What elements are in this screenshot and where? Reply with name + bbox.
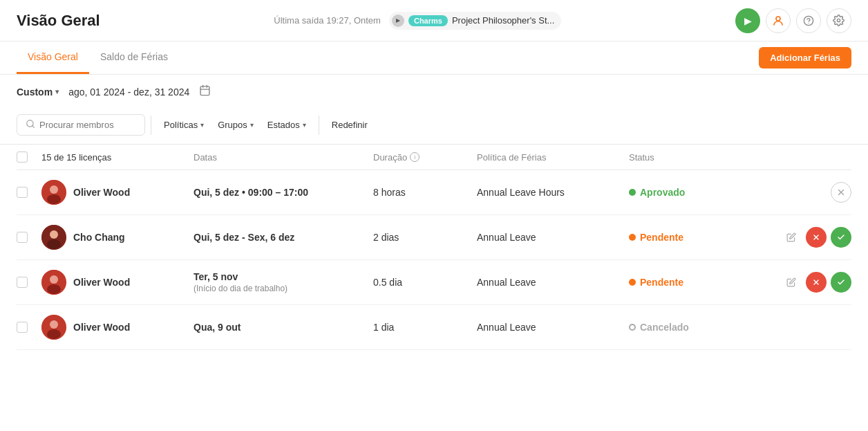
row2-approve-button[interactable] <box>831 227 851 248</box>
row4-status-dot <box>629 324 636 331</box>
last-exit-label: Última saída 19:27, Ontem <box>274 15 381 26</box>
reset-divider <box>319 116 319 135</box>
row2-policy: Annual Leave <box>477 232 629 243</box>
row3-policy: Annual Leave <box>477 277 629 288</box>
row3-reject-button[interactable] <box>806 272 827 293</box>
row2-dates: Qui, 5 dez - Sex, 6 dez <box>194 232 373 243</box>
row3-checkbox[interactable] <box>17 277 28 288</box>
tab-visao-geral[interactable]: Visão Geral <box>17 42 89 74</box>
status-column-header: Status <box>629 152 753 163</box>
row3-dates-sub: (Início do dia de trabalho) <box>194 284 373 293</box>
user-icon-button[interactable] <box>766 8 791 33</box>
svg-point-16 <box>50 230 58 239</box>
policies-filter-button[interactable]: Políticas ▾ <box>157 116 211 134</box>
header-center: Última saída 19:27, Ontem ▶ Charms Proje… <box>274 12 561 30</box>
row4-checkbox[interactable] <box>17 322 28 333</box>
row3-status-label: Pendente <box>640 277 683 288</box>
project-name: Project Philosopher's St... <box>452 15 554 26</box>
row1-member-cell: Oliver Wood <box>41 180 194 205</box>
svg-point-27 <box>47 329 61 339</box>
row1-checkbox-cell <box>17 187 41 198</box>
filter-bar: Políticas ▾ Grupos ▾ Estados ▾ Redefinir <box>0 106 868 145</box>
row2-member-name: Cho Chang <box>73 232 125 243</box>
search-wrap <box>17 114 145 136</box>
tabs-list: Visão Geral Saldo de Férias <box>17 42 179 74</box>
row1-avatar <box>41 180 66 205</box>
add-ferias-button[interactable]: Adicionar Férias <box>759 47 851 68</box>
row1-checkbox[interactable] <box>17 187 28 198</box>
row3-edit-button[interactable] <box>781 272 802 293</box>
row1-duration: 8 horas <box>373 187 477 198</box>
row3-actions <box>753 272 851 293</box>
help-icon-button[interactable] <box>796 8 821 33</box>
svg-point-0 <box>776 17 780 21</box>
row3-avatar <box>41 270 66 295</box>
tabs-bar: Visão Geral Saldo de Férias Adicionar Fé… <box>0 42 868 75</box>
search-input[interactable] <box>39 120 136 130</box>
row4-dates: Qua, 9 out <box>194 322 373 333</box>
play-small-icon: ▶ <box>392 15 404 27</box>
duration-info-icon[interactable]: i <box>410 152 419 162</box>
settings-icon-button[interactable] <box>827 8 851 33</box>
row2-edit-button[interactable] <box>781 227 802 248</box>
row1-actions <box>753 182 851 203</box>
row1-dismiss-button[interactable] <box>831 182 851 203</box>
tab-saldo-ferias[interactable]: Saldo de Férias <box>89 42 179 74</box>
svg-point-26 <box>50 320 58 329</box>
date-filter-row: Custom ▾ ago, 01 2024 - dez, 31 2024 <box>0 75 868 99</box>
row3-checkbox-cell <box>17 277 41 288</box>
policies-label: Políticas <box>164 120 198 130</box>
states-arrow-icon: ▾ <box>303 121 306 129</box>
row2-status-label: Pendente <box>640 232 683 243</box>
licenses-count: 15 de 15 licenças <box>41 152 194 163</box>
policy-column-header: Política de Férias <box>477 152 629 163</box>
row4-checkbox-cell <box>17 322 41 333</box>
row1-dates: Qui, 5 dez • 09:00 – 17:00 <box>194 187 373 198</box>
row2-duration: 2 dias <box>373 232 477 243</box>
groups-filter-button[interactable]: Grupos ▾ <box>211 116 261 134</box>
states-filter-button[interactable]: Estados ▾ <box>261 116 313 134</box>
row3-approve-button[interactable] <box>831 272 851 293</box>
row1-status-label: Aprovado <box>640 187 685 198</box>
header-checkbox-cell <box>17 152 41 163</box>
calendar-icon[interactable] <box>199 84 211 99</box>
row3-dates: Ter, 5 nov (Início do dia de trabalho) <box>194 271 373 293</box>
table-row: Oliver Wood Ter, 5 nov (Início do dia de… <box>17 260 851 305</box>
table-row: Oliver Wood Qua, 9 out 1 dia Annual Leav… <box>17 305 851 350</box>
row1-status: Aprovado <box>629 187 753 198</box>
groups-label: Grupos <box>218 120 247 130</box>
svg-point-3 <box>838 19 840 21</box>
row4-avatar <box>41 315 66 340</box>
row2-actions <box>753 227 851 248</box>
project-badge: ▶ Charms Project Philosopher's St... <box>389 12 561 30</box>
row3-member-name: Oliver Wood <box>73 277 130 288</box>
custom-dropdown-button[interactable]: Custom ▾ <box>17 86 59 98</box>
row4-status-label: Cancelado <box>640 322 689 333</box>
row4-member-cell: Oliver Wood <box>41 315 194 340</box>
row1-status-dot <box>629 189 636 196</box>
row4-status: Cancelado <box>629 322 753 333</box>
row4-duration: 1 dia <box>373 322 477 333</box>
table-row: Cho Chang Qui, 5 dez - Sex, 6 dez 2 dias… <box>17 215 851 260</box>
table-row: Oliver Wood Qui, 5 dez • 09:00 – 17:00 8… <box>17 170 851 215</box>
row2-status: Pendente <box>629 232 753 243</box>
groups-arrow-icon: ▾ <box>250 121 254 129</box>
row3-duration: 0.5 dia <box>373 277 477 288</box>
svg-point-12 <box>47 194 61 204</box>
table-header: 15 de 15 licenças Datas Duração i Políti… <box>17 145 851 170</box>
row2-checkbox[interactable] <box>17 232 28 243</box>
select-all-checkbox[interactable] <box>17 152 28 163</box>
custom-label: Custom <box>17 86 53 98</box>
policies-arrow-icon: ▾ <box>200 121 204 129</box>
svg-point-11 <box>50 185 58 194</box>
play-button[interactable] <box>735 8 760 33</box>
row3-status-dot <box>629 279 636 286</box>
row2-reject-button[interactable] <box>806 227 827 248</box>
reset-button[interactable]: Redefinir <box>325 116 375 134</box>
dates-column-header: Datas <box>194 152 373 163</box>
row2-member-cell: Cho Chang <box>41 225 194 250</box>
svg-point-17 <box>47 239 61 249</box>
filter-divider <box>151 116 151 135</box>
states-label: Estados <box>267 120 300 130</box>
duration-column-header: Duração i <box>373 152 477 163</box>
